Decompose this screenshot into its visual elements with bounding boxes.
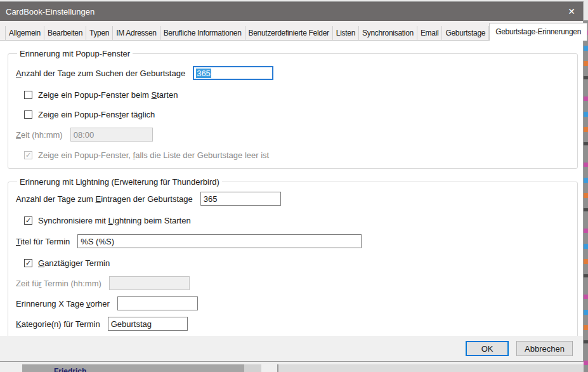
check-icon: ✓ — [25, 217, 31, 224]
tab-geburtstage-erinnerungen[interactable]: Geburtstage-Erinnerungen — [489, 23, 587, 41]
titlebar: CardBook-Einstellungen ✕ — [0, 2, 583, 21]
background-window-toolbar-strip — [278, 364, 584, 372]
tab-benutzerdefinierte-felder[interactable]: Benutzerdefinierte Felder — [245, 26, 333, 40]
popup-reminder-group: Erinnerung mit Popup-Fenster Anzahl der … — [8, 49, 578, 169]
background-window-tab: Friedrich — [22, 364, 244, 372]
show-popup-if-empty-label: Zeige ein Popup-Fenster, falls die Liste… — [38, 150, 269, 160]
tab-bearbeiten[interactable]: Bearbeiten — [44, 26, 86, 40]
check-icon: ✓ — [25, 152, 31, 159]
reminder-days-before-label: Erinnerung X Tage vorher — [16, 299, 110, 309]
background-window-fragment — [244, 364, 261, 372]
tab-geburtstage[interactable]: Geburtstage — [442, 26, 489, 40]
sync-lightning-label: Synchronisiere mit Lightning beim Starte… — [38, 216, 191, 225]
event-category-label: Kategorie(n) für Termin — [16, 319, 100, 329]
event-title-label: Titel für Termin — [16, 237, 70, 246]
event-title-input[interactable] — [77, 234, 362, 248]
popup-time-label: Zeit (hh:mm) — [16, 130, 63, 140]
entry-days-label: Anzahl der Tage zum Eintragen der Geburt… — [16, 194, 193, 204]
tab-panel-geburtstage-erinnerungen: Erinnerung mit Popup-Fenster Anzahl der … — [0, 41, 583, 336]
cardbook-settings-dialog: CardBook-Einstellungen ✕ Allgemein Bearb… — [0, 1, 584, 362]
event-time-label: Zeit für Termin (hh:mm) — [16, 279, 101, 288]
close-button[interactable]: ✕ — [560, 2, 583, 21]
background-clipped-text: Friedrich — [54, 367, 86, 372]
tab-im-adressen[interactable]: IM Adressen — [113, 26, 160, 40]
selected-text: 365 — [196, 69, 211, 78]
show-popup-daily-label: Zeige ein Popup-Fenster täglich — [38, 110, 155, 119]
lightning-reminder-group-legend: Erinnerung mit Lightning (Erweiterung fü… — [17, 177, 222, 187]
window-title: CardBook-Einstellungen — [6, 7, 95, 17]
show-popup-daily-checkbox[interactable]: ✓ — [24, 110, 32, 119]
check-icon: ✓ — [25, 260, 31, 267]
popup-reminder-group-legend: Erinnerung mit Popup-Fenster — [17, 49, 133, 58]
show-popup-on-start-label: Zeige ein Popup-Fenster beim Starten — [38, 90, 178, 100]
dialog-footer: OK Abbrechen — [0, 336, 583, 361]
popup-time-input — [70, 128, 153, 142]
event-time-input — [109, 276, 190, 290]
tab-bar: Allgemein Bearbeiten Typen IM Adressen B… — [0, 21, 583, 41]
show-popup-if-empty-checkbox: ✓ — [24, 151, 32, 159]
all-day-event-checkbox[interactable]: ✓ — [24, 259, 32, 267]
background-window-bottom-strip: Friedrich — [0, 362, 584, 372]
cancel-button[interactable]: Abbrechen — [516, 341, 573, 356]
ok-button[interactable]: OK — [466, 341, 509, 356]
close-icon: ✕ — [568, 6, 575, 17]
lightning-reminder-group: Erinnerung mit Lightning (Erweiterung fü… — [8, 177, 578, 336]
entry-days-input[interactable] — [200, 192, 281, 206]
search-days-input[interactable]: 365 — [193, 66, 273, 80]
show-popup-on-start-checkbox[interactable]: ✓ — [24, 91, 32, 99]
all-day-event-label: Ganztägiger Termin — [38, 258, 110, 268]
background-window-right-edge — [584, 20, 588, 372]
tab-listen[interactable]: Listen — [333, 26, 359, 40]
tab-synchronisation[interactable]: Synchronisation — [359, 26, 417, 40]
sync-lightning-checkbox[interactable]: ✓ — [24, 216, 32, 225]
tab-email[interactable]: Email — [417, 26, 443, 40]
tab-berufliche-informationen[interactable]: Berufliche Informationen — [160, 26, 245, 40]
search-days-label: Anzahl der Tage zum Suchen der Geburtsta… — [16, 69, 185, 78]
event-category-input[interactable] — [108, 317, 188, 331]
tab-typen[interactable]: Typen — [86, 26, 113, 40]
tab-allgemein[interactable]: Allgemein — [5, 26, 44, 40]
reminder-days-before-input[interactable] — [117, 296, 198, 310]
